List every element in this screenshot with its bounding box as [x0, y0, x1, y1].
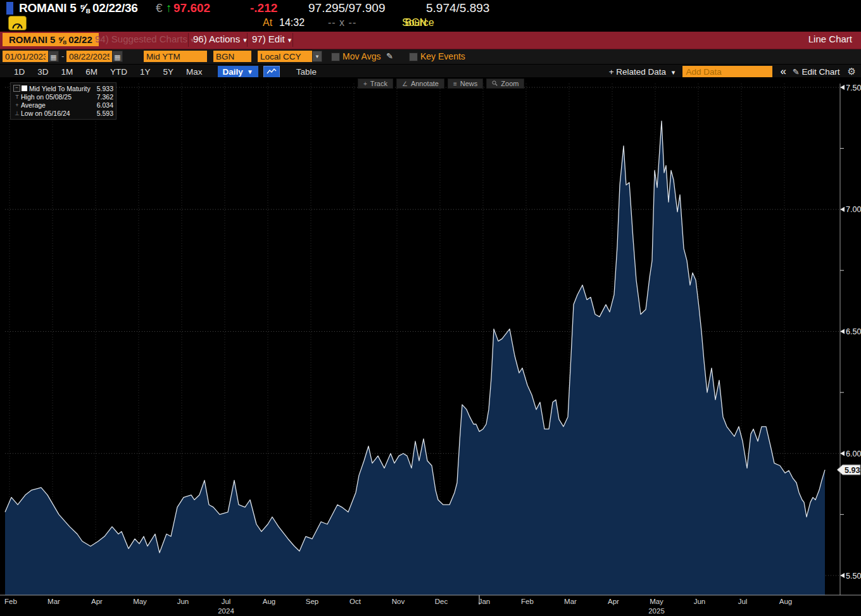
range-button-5y[interactable]: 5Y [157, 66, 180, 77]
last-price: 97.602 [173, 1, 210, 15]
news-icon: ≡ [453, 80, 457, 87]
pencil-icon: ✎ [793, 67, 800, 77]
chart-tools: +Track∠Annotate≡NewsZoom [358, 79, 524, 89]
range-button-1d[interactable]: 1D [8, 66, 31, 77]
currency-symbol: € [156, 1, 163, 15]
month-label: Dec [435, 598, 448, 605]
chevron-down-icon[interactable]: ▼ [312, 51, 322, 62]
y-tick-arrow [840, 207, 845, 212]
range-button-1m[interactable]: 1M [55, 66, 80, 77]
stat-value: 7.362 [97, 93, 113, 101]
related-data-dropdown[interactable]: + Related Data ▾ [609, 67, 676, 77]
legend-rows: THigh on 05/08/257.362+Average6.034⊥Low … [13, 92, 113, 117]
table-button[interactable]: Table [290, 66, 323, 77]
tool-news-button[interactable]: ≡News [448, 79, 483, 89]
y-axis-label: 6.000 [846, 449, 861, 458]
y-axis-label: 7.500 [846, 84, 861, 92]
chevron-down-icon: ▾ [672, 68, 676, 76]
quote-time: 14:32 [279, 17, 305, 28]
month-label: Nov [392, 598, 405, 605]
frequency-dropdown[interactable]: Daily▼ [218, 66, 258, 78]
range-button-group: 1D3D1M6MYTD1Y5YMax [8, 66, 209, 77]
chart-area[interactable]: FebMarAprMayJunJulAugSepOctNovDecJanFebM… [0, 77, 861, 616]
stat-value: 5.593 [97, 110, 113, 117]
menu-actions[interactable]: 96) Actions▾ [193, 34, 247, 44]
series-value: 5.933 [97, 85, 113, 92]
mov-avgs-label[interactable]: Mov Avgs [343, 51, 380, 61]
stat-label: Low on 05/16/24 [21, 110, 70, 117]
tool-zoom-button[interactable]: Zoom [486, 79, 524, 89]
stat-label: Average [21, 101, 46, 109]
menu-edit[interactable]: 97) Edit▾ [252, 34, 291, 44]
key-events-label[interactable]: Key Events [420, 51, 465, 61]
field-input[interactable] [144, 51, 207, 62]
legend-stat-row: +Average6.034 [13, 101, 113, 109]
stat-label: High on 05/08/25 [21, 93, 72, 101]
month-label: May [650, 598, 663, 605]
annotate-icon: ∠ [402, 80, 408, 87]
month-label: Feb [4, 598, 17, 605]
tool-label: Annotate [411, 80, 439, 87]
calendar-icon[interactable]: ▦ [48, 51, 59, 62]
pricing-source-input[interactable] [213, 51, 251, 62]
at-label: At [263, 17, 272, 28]
range-button-3d[interactable]: 3D [31, 66, 54, 77]
legend-title-row: − Mid Yield To Maturity 5.933 [13, 84, 113, 92]
chevron-down-icon: ▾ [243, 36, 247, 44]
add-data-input[interactable] [682, 66, 772, 77]
gear-icon[interactable]: ⚙ [848, 66, 856, 77]
month-label: Jun [177, 598, 189, 605]
date-to-input[interactable] [66, 51, 112, 62]
series-label: Mid Yield To Maturity [29, 85, 91, 92]
up-arrow-icon: ↑ [166, 1, 172, 15]
menu-divider [292, 33, 293, 47]
menu-suggested-charts[interactable]: 94) Suggested Charts▾ [95, 34, 194, 44]
date-range-dash: - [61, 51, 64, 61]
edit-chart-button[interactable]: ✎ Edit Chart [793, 67, 840, 77]
y-axis-label: 7.000 [846, 205, 861, 214]
collapse-panel-button[interactable]: « [780, 65, 786, 78]
mov-avgs-checkbox[interactable] [331, 53, 340, 61]
range-button-max[interactable]: Max [180, 66, 209, 77]
month-label: Aug [779, 598, 792, 605]
collapse-tree-icon[interactable]: − [13, 85, 20, 92]
month-label: Feb [521, 598, 534, 605]
range-button-6m[interactable]: 6M [79, 66, 104, 77]
y-tick-arrow [840, 329, 845, 334]
page-title: Line Chart [808, 34, 852, 44]
zoom-icon [492, 80, 498, 87]
tool-annotate-button[interactable]: ∠Annotate [396, 79, 444, 89]
key-events-checkbox[interactable] [409, 53, 418, 61]
range-button-1y[interactable]: 1Y [134, 66, 157, 77]
y-tick-arrow [840, 85, 845, 90]
month-label: Aug [263, 598, 275, 605]
year-label: 2025 [648, 607, 665, 615]
bid-ask: 97.295/97.909 [308, 1, 386, 15]
tree-glyph: T [13, 94, 21, 100]
security-tab[interactable]: ROMANI 5 ⅝ 02/22 [3, 33, 99, 46]
quote-subheader: At 14:32 -- x -- Source BGN [0, 17, 861, 32]
month-label: Jul [738, 598, 748, 605]
period-bar-right: + Related Data ▾ « ✎ Edit Chart ⚙ [609, 65, 861, 79]
pencil-icon[interactable]: ✎ [386, 51, 393, 61]
tool-label: News [460, 80, 478, 87]
range-button-ytd[interactable]: YTD [104, 66, 134, 77]
chart-legend[interactable]: − Mid Yield To Maturity 5.933 THigh on 0… [10, 82, 116, 120]
month-label: Apr [608, 598, 619, 605]
currency-select[interactable] [258, 51, 312, 62]
area-fill [5, 121, 825, 595]
month-label: Mar [564, 598, 577, 605]
date-from-input[interactable] [3, 51, 48, 62]
chevron-down-icon: ▾ [288, 36, 292, 44]
tool-track-button[interactable]: +Track [358, 79, 393, 89]
calendar-icon[interactable]: ▦ [112, 51, 123, 62]
y-axis-label: 6.500 [846, 327, 861, 336]
price-source: Source BGN [402, 17, 405, 28]
month-label: Apr [91, 598, 103, 605]
month-label: Jun [694, 598, 706, 605]
line-chart[interactable]: FebMarAprMayJunJulAugSepOctNovDecJanFebM… [0, 77, 861, 616]
month-label: Mar [47, 598, 60, 605]
month-label: Sep [306, 598, 318, 605]
line-chart-icon-button[interactable] [263, 66, 280, 78]
gauge-icon[interactable] [8, 16, 27, 30]
